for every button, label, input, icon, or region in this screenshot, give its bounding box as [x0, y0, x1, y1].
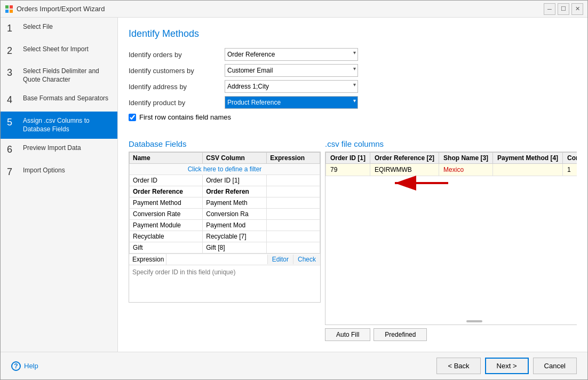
step-label-6: Preview Import Data — [23, 144, 81, 153]
step-label-2: Select Sheet for Import — [23, 45, 89, 54]
step-num-2: 2 — [7, 45, 18, 57]
table-row: Gift Gift [8] — [130, 242, 320, 254]
main-content: Identify Methods Identify orders by Orde… — [118, 18, 587, 352]
db-row-csv: Order Referen — [203, 186, 267, 197]
close-button[interactable]: ✕ — [571, 3, 583, 15]
sidebar-item-formats[interactable]: 4 Base Formats and Separators — [1, 89, 117, 112]
hint-area: Specify order ID in this field (unique) — [129, 265, 320, 302]
svg-rect-0 — [5, 5, 9, 9]
first-row-label: First row contains field names — [139, 113, 231, 121]
db-row-expr — [267, 231, 320, 242]
step-label-3: Select Fields Delimiter and Quote Charac… — [23, 67, 111, 84]
db-fields-panel: Name CSV Column Expression Click here to… — [129, 152, 321, 303]
db-row-name: Recyclable — [130, 231, 203, 242]
csv-data-row: 79 EQIRWMWB Mexico 1 — [326, 164, 577, 176]
content-area: 1 Select File 2 Select Sheet for Import … — [1, 18, 587, 352]
cancel-button[interactable]: Cancel — [533, 358, 577, 374]
window-controls: ─ ☐ ✕ — [544, 3, 583, 15]
step-label-5: Assign .csv Columns to Database Fields — [23, 117, 111, 133]
sidebar-item-preview[interactable]: 6 Preview Import Data — [1, 139, 117, 161]
maximize-button[interactable]: ☐ — [558, 3, 569, 15]
next-button[interactable]: Next > — [485, 358, 529, 374]
footer: ? Help < Back Next > Cancel — [1, 352, 587, 379]
db-row-name: Conversion Rate — [130, 209, 203, 220]
csv-cell-shopname: Mexico — [439, 164, 493, 176]
identify-address-label: Identify address by — [129, 83, 225, 91]
identify-customers-row: Identify customers by Customer Email — [129, 64, 577, 77]
col-name: Name — [130, 153, 203, 164]
identify-customers-select-wrapper: Customer Email — [225, 64, 358, 77]
csv-cell-orderid: 79 — [326, 164, 370, 176]
help-link[interactable]: ? Help — [11, 361, 38, 371]
first-row-checkbox[interactable] — [129, 114, 136, 121]
db-table: Name CSV Column Expression Click here to… — [129, 152, 320, 254]
identify-product-select-wrapper: Product Reference — [225, 96, 358, 109]
sidebar-item-delimiter[interactable]: 3 Select Fields Delimiter and Quote Char… — [1, 62, 117, 89]
step-label-7: Import Options — [23, 167, 65, 175]
expression-input[interactable] — [166, 254, 267, 265]
csv-cell-payment — [493, 164, 563, 176]
db-row-expr — [267, 209, 320, 220]
predefined-button[interactable]: Predefined — [374, 328, 427, 341]
minimize-button[interactable]: ─ — [544, 3, 555, 15]
sidebar-item-select-file[interactable]: 1 Select File — [1, 18, 117, 40]
main-window: Orders Import/Export Wizard ─ ☐ ✕ 1 Sele… — [0, 0, 588, 380]
db-row-csv: Gift [8] — [203, 242, 267, 254]
db-row-expr — [267, 186, 320, 197]
table-row: Order ID Order ID [1] — [130, 175, 320, 186]
table-row: Recyclable Recyclable [7] — [130, 231, 320, 242]
title-bar: Orders Import/Export Wizard ─ ☐ ✕ — [1, 1, 587, 18]
csv-col-orderref: Order Reference [2] — [370, 153, 439, 164]
db-row-name: Payment Module — [130, 220, 203, 231]
identify-customers-label: Identify customers by — [129, 67, 225, 75]
window-title: Orders Import/Export Wizard — [17, 5, 544, 13]
back-button[interactable]: < Back — [436, 358, 480, 374]
sidebar-item-assign-columns[interactable]: 5 Assign .csv Columns to Database Fields — [1, 112, 117, 139]
identify-methods: Identify orders by Order Reference Ident… — [129, 48, 577, 130]
db-row-name: Gift — [130, 242, 203, 254]
sidebar-item-import-options[interactable]: 7 Import Options — [1, 161, 117, 184]
svg-rect-1 — [10, 5, 13, 9]
help-icon: ? — [11, 361, 21, 371]
svg-rect-2 — [5, 10, 9, 13]
identify-product-select[interactable]: Product Reference — [225, 96, 358, 109]
sidebar: 1 Select File 2 Select Sheet for Import … — [1, 18, 118, 352]
step-num-1: 1 — [7, 23, 18, 35]
help-label: Help — [24, 362, 38, 370]
table-row: Payment Method Payment Meth — [130, 197, 320, 209]
expression-label: Expression — [129, 254, 166, 265]
identify-product-label: Identify product by — [129, 99, 225, 107]
table-row: Payment Module Payment Mod — [130, 220, 320, 231]
identify-address-select[interactable]: Address 1;City — [225, 80, 358, 93]
db-row-csv: Payment Meth — [203, 197, 267, 209]
step-label-1: Select File — [23, 23, 53, 31]
db-row-csv: Conversion Ra — [203, 209, 267, 220]
step-label-4: Base Formats and Separators — [23, 94, 108, 103]
step-num-6: 6 — [7, 144, 18, 156]
db-row-expr — [267, 197, 320, 209]
csv-col-orderid: Order ID [1] — [326, 153, 370, 164]
db-row-name: Order ID — [130, 175, 203, 186]
filter-row[interactable]: Click here to define a filter — [130, 164, 320, 175]
step-num-3: 3 — [7, 67, 18, 79]
expression-row: Expression Editor Check — [129, 254, 320, 265]
db-row-expr — [267, 175, 320, 186]
csv-col-payment: Payment Method [4] — [493, 153, 563, 164]
editor-button[interactable]: Editor — [267, 255, 293, 264]
step-num-5: 5 — [7, 117, 18, 129]
col-expr: Expression — [267, 153, 320, 164]
identify-customers-select[interactable]: Customer Email — [225, 64, 358, 77]
app-icon — [5, 5, 13, 13]
sidebar-item-select-sheet[interactable]: 2 Select Sheet for Import — [1, 40, 117, 62]
csv-cell-conversion: 1 — [563, 164, 577, 176]
identify-address-row: Identify address by Address 1;City — [129, 80, 577, 93]
svg-rect-3 — [10, 10, 13, 13]
auto-fill-button[interactable]: Auto Fill — [325, 328, 370, 341]
db-fields-section: Database Fields Name CSV Column Expressi… — [129, 137, 321, 341]
check-button[interactable]: Check — [293, 255, 320, 264]
two-panel: Database Fields Name CSV Column Expressi… — [129, 137, 577, 341]
step-num-4: 4 — [7, 94, 18, 106]
table-row: Order Reference Order Referen — [130, 186, 320, 197]
db-row-name: Order Reference — [130, 186, 203, 197]
identify-orders-select[interactable]: Order Reference — [225, 48, 358, 61]
